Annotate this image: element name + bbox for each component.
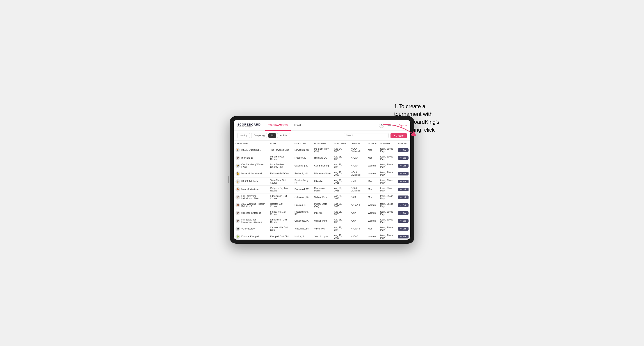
cell-city-state-11: Marion, IL [293,233,312,240]
cell-scoring-5: team, Stroke Play [378,185,396,193]
cell-city-state-4: Prestonsburg, KY [293,177,312,185]
filter-button[interactable]: ☰ Filter [277,133,290,138]
cell-scoring-0: team, Stroke Play [378,146,396,154]
edit-icon-6: ✏ [400,196,402,198]
edit-icon-3: ✏ [400,173,402,175]
filter-all[interactable]: All [268,133,276,138]
cell-division-1: NJCAA I [349,154,366,162]
filter-competing[interactable]: Competing [251,133,267,138]
event-icon-4: 🦅 [236,179,240,184]
table-row: 🐻 2023 Women's Hesston Fall Kickoff Hess… [234,201,410,209]
cell-hosted-by-1: Highland CC [312,154,332,162]
cell-city-state-2: Galesburg, IL [293,162,312,170]
edit-icon-1: ✏ [400,157,402,159]
event-name-text-5: Morris Invitational [241,188,259,190]
cell-hosted-by-3: Minnesota State [312,170,332,177]
edit-button-4[interactable]: ✏ Edit [398,180,408,183]
table-row: 🏇 Morris Invitational Ruttger's Bay Lake… [234,185,410,193]
cell-scoring-1: team, Stroke Play [378,154,396,162]
cell-start-date-9: Aug 28, 2023 [332,217,349,225]
col-start-date: START DATE [332,141,349,146]
cell-start-date-10: Aug 28, 2023 [332,225,349,233]
cell-event-name-3: 🤠 Maverick Invitational [234,170,268,177]
cell-start-date-11: Aug 28, 2023 [332,233,349,240]
event-icon-1: 🦅 [236,156,240,160]
cell-start-date-1: Aug 25, 2023 [332,154,349,162]
cell-city-state-3: Faribault, MN [293,170,312,177]
edit-button-10[interactable]: ✏ Edit [398,227,408,231]
table-row: 🦅 upike fall invitational StoneCrest Gol… [234,209,410,217]
table-header: EVENT NAME VENUE CITY, STATE HOSTED BY S… [234,141,410,146]
edit-button-0[interactable]: ✏ Edit [398,148,408,152]
event-name-text-9: Fall Statesmen Invitational - Women [241,218,266,223]
side-indicator [228,176,229,183]
col-event-name: EVENT NAME [234,141,268,146]
edit-button-9[interactable]: ✏ Edit [398,219,408,223]
table-row: 🦅 Fall Statesmen Invitational - Men Edmu… [234,193,410,201]
cell-event-name-6: 🦅 Fall Statesmen Invitational - Men [234,193,268,201]
table-row: 🎓 Carl Sandburg Women FA23 Lake Bracken … [234,162,410,170]
logo-subtitle: Powered by clippit [237,126,261,128]
tab-teams[interactable]: TEAMS [291,120,306,131]
cell-city-state-5: Deerwood, MN [293,185,312,193]
cell-city-state-6: Oskaloosa, IA [293,193,312,201]
filter-hosting[interactable]: Hosting [237,133,250,138]
event-icon-6: 🦅 [236,195,240,199]
cell-scoring-3: team, Stroke Play [378,170,396,177]
table-row: 🏔 VU PREVIEW Cypress Hills Golf Club Vin… [234,225,410,233]
cell-hosted-by-7: Murray State (OK) [312,201,332,209]
cell-start-date-8: Aug 28, 2023 [332,209,349,217]
edit-button-11[interactable]: ✏ Edit [398,235,408,238]
cell-division-5: NCAA Division III [349,185,366,193]
cell-city-state-8: Prestonsburg, KY [293,209,312,217]
header-left: SCOREBOARD Powered by clippit TOURNAMENT… [237,120,306,131]
cell-hosted-by-11: John A Logan [312,233,332,240]
cell-gender-11: Women [366,233,378,240]
edit-button-3[interactable]: ✏ Edit [398,172,408,175]
edit-button-8[interactable]: ✏ Edit [398,211,408,215]
cell-gender-1: Men [366,154,378,162]
event-icon-11: 🌵 [236,234,240,239]
cell-venue-6: Edmundson Golf Course [268,193,293,201]
tab-tournaments[interactable]: TOURNAMENTS [265,120,291,131]
edit-button-1[interactable]: ✏ Edit [398,156,408,160]
cell-start-date-2: Aug 26, 2023 [332,162,349,170]
cell-event-name-9: 🦅 Fall Statesmen Invitational - Women [234,217,268,225]
edit-button-7[interactable]: ✏ Edit [398,203,408,207]
cell-actions-5: ✏ Edit [396,185,410,193]
cell-actions-6: ✏ Edit [396,193,410,201]
filter-icon: ☰ [280,134,282,137]
cell-hosted-by-10: Vincennes [312,225,332,233]
table-row: 🦅 Highland 36 Park Hills Golf Course Fre… [234,154,410,162]
cell-hosted-by-6: William Penn [312,193,332,201]
table-row: 🦅 UPIKE Fall Invite StoneCrest Golf Cour… [234,177,410,185]
edit-button-2[interactable]: ✏ Edit [398,164,408,168]
cell-division-8: NAIA [349,209,366,217]
cell-actions-1: ✏ Edit [396,154,410,162]
page-wrapper: 1.To create a tournament with Leaderboar… [164,103,480,244]
tablet-device: SCOREBOARD Powered by clippit TOURNAMENT… [230,116,414,244]
cell-division-11: NJCAA I [349,233,366,240]
tournaments-table: EVENT NAME VENUE CITY, STATE HOSTED BY S… [234,141,410,240]
event-name-text-0: MSMC Qualifying 1 [241,149,261,151]
logo-area: SCOREBOARD Powered by clippit [237,123,261,128]
cell-scoring-9: team, Stroke Play [378,217,396,225]
cell-division-6: NAIA [349,193,366,201]
cell-venue-10: Cypress Hills Golf Club [268,225,293,233]
col-actions: ACTIONS [396,141,410,146]
arrow-svg [380,122,417,140]
cell-hosted-by-4: Pikeville [312,177,332,185]
cell-venue-1: Park Hills Golf Course [268,154,293,162]
cell-gender-0: Men [366,146,378,154]
cell-venue-5: Ruttger's Bay Lake Resort [268,185,293,193]
cell-division-9: NAIA [349,217,366,225]
cell-event-name-10: 🏔 VU PREVIEW [234,225,268,233]
edit-button-6[interactable]: ✏ Edit [398,195,408,199]
edit-button-5[interactable]: ✏ Edit [398,188,408,191]
col-scoring: SCORING [378,141,396,146]
cell-city-state-7: Hesston, KS [293,201,312,209]
col-city-state: CITY, STATE [293,141,312,146]
cell-hosted-by-5: Minnesota-Morris [312,185,332,193]
event-name-text-7: 2023 Women's Hesston Fall Kickoff [241,203,266,208]
cell-gender-9: Women [366,217,378,225]
